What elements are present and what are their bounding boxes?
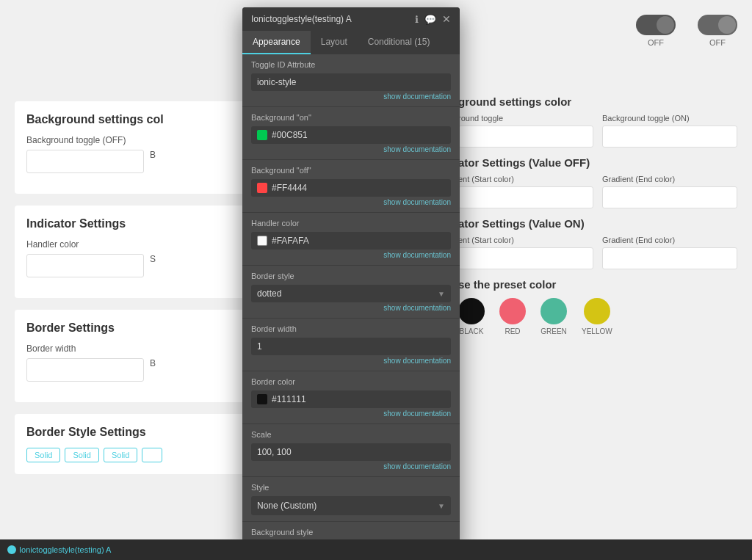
info-icon[interactable]: ℹ bbox=[415, 14, 419, 25]
bg-section-background: Background settings col Background toggl… bbox=[15, 101, 257, 194]
modal-title: Ionictogglestyle(testing) A bbox=[251, 14, 352, 24]
border-solid-btn-4[interactable] bbox=[142, 448, 162, 462]
preset-black[interactable]: BLACK bbox=[458, 298, 485, 335]
bg-on-doc[interactable]: show documentation bbox=[251, 145, 451, 153]
style-select[interactable]: None (Custom) ▼ bbox=[251, 496, 451, 515]
gradient-start-off-label: ent (Start color) bbox=[458, 175, 593, 183]
preset-black-circle[interactable] bbox=[458, 298, 485, 324]
handler-text: #FAFAFA bbox=[272, 236, 309, 246]
tab-layout[interactable]: Layout bbox=[311, 31, 358, 54]
modal-header-icons: ℹ 💬 ✕ bbox=[415, 13, 451, 25]
bg-off-label: Background "off" bbox=[251, 166, 451, 175]
preset-green[interactable]: GREEN bbox=[540, 298, 567, 335]
bg-section-border: Border Settings Border width 3 B bbox=[15, 310, 257, 402]
toggle-label-dark-1: OFF bbox=[648, 38, 664, 47]
border-style-label: Border style bbox=[251, 272, 451, 280]
right-bg-title: ground settings color bbox=[458, 95, 737, 108]
border-solid-btn-2[interactable]: Solid bbox=[65, 448, 98, 462]
border-style-buttons: Solid Solid Solid bbox=[26, 448, 245, 462]
tab-appearance[interactable]: Appearance bbox=[242, 31, 311, 54]
border-width-input[interactable]: 3 bbox=[26, 358, 144, 382]
gradient-start-on-input[interactable] bbox=[458, 247, 593, 269]
gradient-start-off-input[interactable] bbox=[458, 186, 593, 208]
border-width-modal-label: Border width bbox=[251, 324, 451, 333]
bg-on-swatch bbox=[257, 130, 267, 140]
handler-color-input[interactable]: #ffffff bbox=[26, 254, 144, 277]
field-bg-on: Background "on" #00C851 show documentati… bbox=[242, 107, 460, 160]
preset-yellow-circle[interactable] bbox=[584, 298, 610, 324]
modal-header: Ionictogglestyle(testing) A ℹ 💬 ✕ bbox=[242, 7, 460, 31]
field-scale: Scale 100, 100 show documentation bbox=[242, 424, 460, 477]
round-toggle-input[interactable] bbox=[458, 126, 593, 148]
preset-section-title: se the preset color bbox=[458, 278, 737, 291]
preset-black-label: BLACK bbox=[460, 327, 484, 335]
border-color-value[interactable]: #111111 bbox=[251, 390, 451, 408]
scale-label: Scale bbox=[251, 430, 451, 439]
handler-value[interactable]: #FAFAFA bbox=[251, 232, 451, 250]
bg-on-text: #00C851 bbox=[272, 130, 308, 140]
bg-section-indicator: Indicator Settings Handler color #ffffff… bbox=[15, 206, 257, 298]
scale-text: 100, 100 bbox=[257, 447, 292, 457]
bg-off-text: #FF4444 bbox=[272, 183, 307, 193]
section-style: Style None (Custom) ▼ bbox=[242, 477, 460, 522]
handler-doc[interactable]: show documentation bbox=[251, 251, 451, 259]
bg-off-doc[interactable]: show documentation bbox=[251, 198, 451, 206]
field-border-color: Border color #111111 show documentation bbox=[242, 371, 460, 424]
bg-toggle-on-right-input[interactable]: #ffffff bbox=[602, 126, 737, 148]
handler-swatch bbox=[257, 236, 267, 246]
border-style-text: dotted bbox=[257, 288, 281, 299]
field-handler-color: Handler color #FAFAFA show documentation bbox=[242, 213, 460, 266]
toggle-knob-dark-1 bbox=[657, 16, 674, 34]
indicator-on-title: ator Settings (Value ON) bbox=[458, 217, 737, 230]
scale-doc[interactable]: show documentation bbox=[251, 462, 451, 470]
preset-yellow[interactable]: YELLOW bbox=[582, 298, 612, 335]
border-color-swatch bbox=[257, 394, 267, 404]
style-select-arrow: ▼ bbox=[438, 502, 445, 510]
preset-yellow-label: YELLOW bbox=[582, 327, 612, 335]
border-style-title: Border Style Settings bbox=[26, 426, 245, 439]
border-width-modal-value[interactable]: 1 bbox=[251, 338, 451, 355]
border-width-modal-text: 1 bbox=[257, 341, 262, 352]
toggle-id-label: Toggle ID Attrbute bbox=[251, 60, 451, 69]
gradient-end-off-input[interactable]: #ffffff bbox=[602, 186, 737, 208]
bg-toggle-on-label: B bbox=[150, 150, 245, 160]
toggle-label-dark-2: OFF bbox=[709, 38, 726, 47]
border-color-doc[interactable]: show documentation bbox=[251, 410, 451, 418]
bg-toggle-off-label: Background toggle (OFF) bbox=[26, 135, 245, 145]
preset-red-circle[interactable] bbox=[499, 298, 526, 324]
bg-toggle-off-input[interactable]: #ffffff bbox=[26, 150, 144, 173]
preset-red[interactable]: RED bbox=[499, 298, 526, 335]
border-style-value[interactable]: dotted ▼ bbox=[251, 285, 451, 302]
border-solid-btn-1[interactable]: Solid bbox=[26, 448, 60, 462]
border-solid-btn-3[interactable]: Solid bbox=[104, 448, 137, 462]
border-color-text: #111111 bbox=[272, 394, 306, 404]
toggle-id-doc[interactable]: show documentation bbox=[251, 92, 451, 101]
preset-colors: BLACK RED GREEN YELLOW bbox=[458, 298, 737, 335]
close-icon[interactable]: ✕ bbox=[442, 13, 451, 25]
preset-green-label: GREEN bbox=[540, 327, 567, 335]
bg-off-value[interactable]: #FF4444 bbox=[251, 179, 451, 197]
tab-conditional[interactable]: Conditional (15) bbox=[358, 31, 441, 54]
toggle-dark-2: OFF bbox=[698, 15, 737, 47]
preset-green-circle[interactable] bbox=[540, 298, 567, 324]
modal-body: Toggle ID Attrbute ionic-style show docu… bbox=[242, 54, 460, 553]
border-style-doc[interactable]: show documentation bbox=[251, 304, 451, 312]
bottom-icon bbox=[7, 545, 16, 554]
modal-tabs: Appearance Layout Conditional (15) bbox=[242, 31, 460, 54]
scale-value[interactable]: 100, 100 bbox=[251, 443, 451, 461]
indicator-off-title: ator Settings (Value OFF) bbox=[458, 156, 737, 169]
toggle-dark-1: OFF bbox=[636, 15, 676, 47]
bg-on-value[interactable]: #00C851 bbox=[251, 126, 451, 144]
indicator-title: Indicator Settings bbox=[26, 217, 245, 230]
field-toggle-id: Toggle ID Attrbute ionic-style show docu… bbox=[242, 54, 460, 107]
border-width-doc[interactable]: show documentation bbox=[251, 357, 451, 365]
bg-toggle-on-right-label: Background toggle (ON) bbox=[602, 114, 737, 123]
top-right-toggles: OFF OFF bbox=[636, 15, 737, 47]
bottom-bar: Ionictogglestyle(testing) A bbox=[0, 539, 752, 560]
chat-icon[interactable]: 💬 bbox=[424, 14, 436, 25]
toggle-id-text: ionic-style bbox=[257, 77, 296, 87]
bg-off-swatch bbox=[257, 183, 267, 193]
gradient-start-on-label: ent (Start color) bbox=[458, 236, 593, 244]
gradient-end-on-input[interactable]: #ffffff bbox=[602, 247, 737, 269]
toggle-id-value[interactable]: ionic-style bbox=[251, 73, 451, 91]
